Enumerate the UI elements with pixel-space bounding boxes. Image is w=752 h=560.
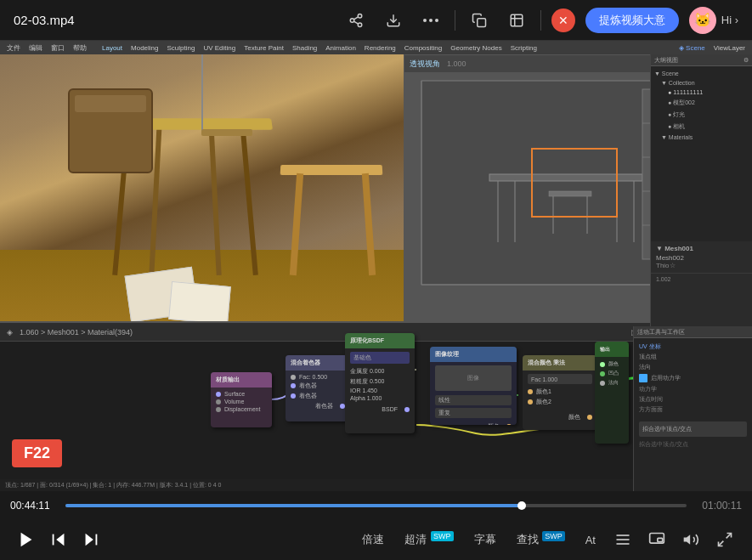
more-button[interactable] [417, 7, 444, 34]
menu-help[interactable]: 帮助 [70, 42, 90, 54]
quality-label[interactable]: 超清 SWP [398, 529, 460, 551]
svg-rect-9 [478, 18, 486, 26]
svg-marker-40 [86, 534, 93, 546]
svg-point-7 [429, 19, 433, 22]
node-output-group[interactable]: 输出 颜色 凹凸 法向 [595, 342, 629, 444]
node-material-output[interactable]: 材质输出 Surface Volume Displacement [211, 372, 272, 427]
svg-marker-37 [21, 533, 32, 547]
controls-row: 倍速 超清 SWP 字幕 查找 SWP At [0, 519, 752, 560]
node4-extension[interactable]: 重复 [435, 408, 512, 418]
swp-badge-1: SWP [431, 531, 454, 541]
video-title: 02-03.mp4 [14, 13, 75, 27]
outliner-item[interactable]: ▼ Collection [654, 78, 749, 88]
tab-animation[interactable]: Animation [322, 43, 359, 53]
mat-dynamics: 启用动力学 [639, 374, 747, 382]
avatar-area[interactable]: 🐱 Hi › [689, 7, 738, 34]
node-principled-bsdf[interactable]: 原理化BSDF 基础色 金属度 0.000 粗糙度 0.500 IOR 1.45… [345, 333, 415, 433]
status-verts: 顶点: 1/687 | 面: 0/314 (1/69×4) | 集合: 1 | … [5, 481, 221, 489]
speed-label[interactable]: 倍速 [355, 529, 391, 551]
crop-button[interactable] [503, 7, 530, 34]
progress-bar-area: 00:44:11 01:00:11 [0, 492, 752, 519]
tab-layout[interactable]: Layout [99, 43, 126, 53]
svg-marker-38 [56, 534, 64, 546]
mat-aspects[interactable]: 方方面面 [639, 405, 747, 414]
mat-checkbox[interactable] [639, 374, 647, 382]
find-label[interactable]: 查找 SWP [510, 529, 572, 551]
node4-image[interactable]: 图像 [435, 365, 512, 391]
svg-rect-46 [658, 538, 663, 541]
close-icon: ✕ [558, 14, 568, 27]
outliner-item[interactable]: ▼ Materials [654, 133, 749, 142]
viewport-label: 透视视角 [410, 59, 440, 70]
svg-marker-47 [684, 535, 691, 545]
svg-point-1 [350, 18, 354, 22]
svg-point-8 [435, 19, 438, 22]
node-mix-shader[interactable]: 混合着色器 Fac: 0.500 着色器 着色器 着色器 [286, 355, 350, 421]
node2-label: 混合着色器 [291, 359, 320, 367]
hi-text: Hi › [721, 14, 738, 26]
copy-button[interactable] [466, 7, 493, 34]
pip-button[interactable] [643, 528, 670, 552]
prop-header: ▼ Mesh001 Mesh002 Thio☆ [651, 241, 752, 274]
node-image-texture[interactable]: 图像纹理 图像 线性 重复 颜色 Alpha [430, 347, 517, 425]
tab-scripting[interactable]: Scripting [507, 43, 540, 53]
share-button[interactable] [342, 7, 370, 34]
volume-button[interactable] [677, 528, 704, 552]
time-total: 01:00:11 [695, 500, 742, 512]
svg-line-48 [727, 534, 732, 539]
mat-vertex-time[interactable]: 顶点时间 [639, 395, 747, 404]
play-button[interactable] [14, 527, 39, 552]
close-button[interactable]: ✕ [551, 8, 575, 32]
tab-geometry[interactable]: Geometry Nodes [447, 43, 505, 53]
ne-label: 1.060 > Mesh001 > Material(394) [20, 328, 133, 337]
extract-button[interactable]: 提炼视频大意 [585, 8, 679, 33]
tab-compositing[interactable]: Compositing [401, 43, 445, 53]
mat-normal[interactable]: 法向 [639, 363, 747, 371]
mesh-name: ▼ Mesh001 [656, 245, 747, 252]
outliner-item[interactable]: ▼ Scene [654, 69, 749, 78]
outliner-item[interactable]: ● 模型002 [654, 97, 749, 109]
mat-section: UV 坐标 顶点组 法向 启用动力学 动力学 顶点时间 方方面面 [634, 338, 752, 418]
node4-interpolation[interactable]: 线性 [435, 395, 512, 405]
svg-rect-10 [511, 14, 523, 26]
tab-sculpting[interactable]: Sculpting [164, 43, 199, 53]
material-panel: 活动工具与工作区 UV 坐标 顶点组 法向 启用动力学 动力学 顶点时间 方方面… [633, 326, 752, 491]
prev-button[interactable] [46, 527, 71, 552]
swp-badge-2: SWP [542, 531, 565, 541]
bottom-controls: 00:44:11 01:00:11 倍速 超清 SWP [0, 492, 752, 560]
menu-window[interactable]: 窗口 [48, 42, 68, 54]
progress-dot [517, 501, 526, 510]
svg-point-0 [358, 14, 362, 18]
render-viewport [0, 54, 404, 335]
outliner-body: ▼ Scene ▼ Collection ● 111111111 ● 模型002… [651, 66, 752, 144]
menu-file[interactable]: 文件 [3, 42, 24, 54]
node1-label: 材质输出 [216, 376, 240, 384]
separator-2 [540, 10, 541, 31]
node4-label: 图像纹理 [435, 350, 459, 359]
playlist-button[interactable] [609, 528, 636, 552]
menu-edit[interactable]: 编辑 [25, 42, 46, 54]
outliner-item[interactable]: ● 111111111 [654, 88, 749, 97]
mat-dynamics-link[interactable]: 动力学 [639, 385, 747, 393]
mat-dynamics-label: 启用动力学 [651, 374, 681, 382]
tab-modeling[interactable]: Modeling [127, 43, 161, 53]
mat-vertex[interactable]: 顶点组 [639, 353, 747, 361]
next-button[interactable] [78, 527, 104, 552]
outliner-item[interactable]: ● 灯光 [654, 109, 749, 121]
mat-uv[interactable]: UV 坐标 [639, 342, 747, 351]
fit-btn[interactable]: 拟合选中顶点/交点 [639, 421, 747, 437]
svg-line-49 [719, 541, 724, 546]
outliner-item[interactable]: ● 相机 [654, 121, 749, 133]
mesh-type: Thio☆ [656, 262, 747, 269]
mesh-subname: Mesh002 [656, 254, 747, 262]
fullscreen-button[interactable] [711, 528, 738, 552]
download-button[interactable] [380, 7, 407, 34]
tab-shading[interactable]: Shading [289, 43, 320, 53]
tab-texture[interactable]: Texture Paint [240, 43, 287, 53]
blender-menu: 文件 编辑 窗口 帮助 Layout Modeling Sculpting UV… [0, 41, 752, 54]
tab-rendering[interactable]: Rendering [361, 43, 399, 53]
subtitle-label[interactable]: 字幕 [467, 529, 503, 551]
progress-track[interactable] [65, 504, 687, 507]
tab-uv[interactable]: UV Editing [200, 43, 239, 53]
node-mix-color[interactable]: 混合颜色 乘法 Fac 1.000 颜色1 颜色2 颜色 [523, 355, 597, 430]
